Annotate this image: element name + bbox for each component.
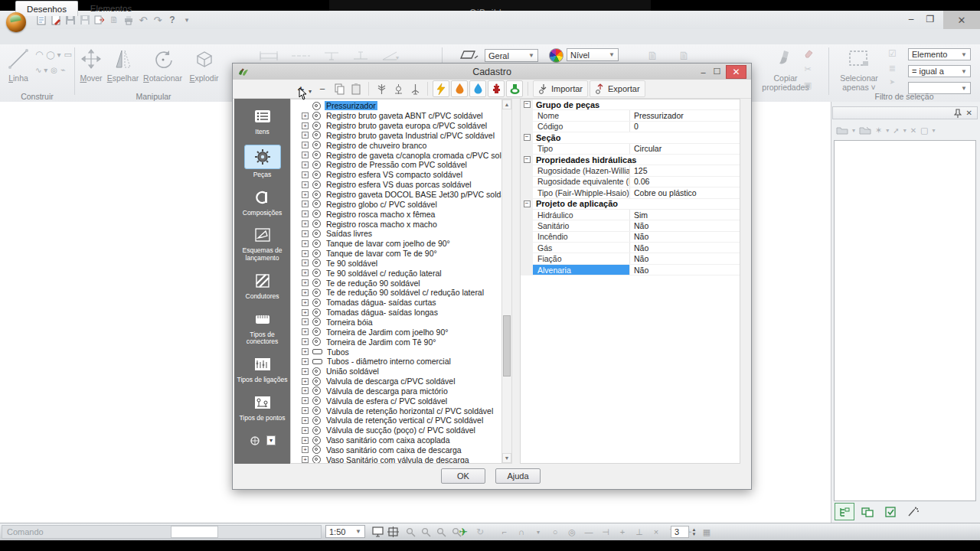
hydraulic-icon[interactable]	[469, 80, 486, 97]
expand-icon[interactable]: +	[302, 417, 309, 424]
tree-item[interactable]: +Tomadas dágua- saídas longas	[291, 308, 501, 318]
property-row[interactable]: FiaçãoNão	[521, 253, 740, 264]
color-wheel-icon[interactable]	[549, 48, 564, 63]
tree-item[interactable]: +Registro globo c/ PVC soldável	[291, 199, 501, 209]
expand-icon[interactable]: +	[302, 289, 309, 296]
crosshair-icon[interactable]	[386, 525, 400, 539]
frame-view-icon[interactable]	[858, 503, 877, 520]
expand-icon[interactable]: +	[302, 397, 309, 404]
expand-icon[interactable]: +	[302, 338, 309, 345]
expand-icon[interactable]: +	[302, 368, 309, 375]
apply-icon[interactable]: ➚	[893, 126, 899, 135]
property-row[interactable]: Rugosidade equivalente (Fór...0.06	[521, 177, 740, 187]
tree-item[interactable]: +Registro de Pressão com PVC soldável	[291, 160, 501, 170]
tree-view-icon[interactable]	[835, 503, 854, 520]
dropdown[interactable]: ▾	[903, 127, 906, 134]
expand-icon[interactable]: +	[302, 358, 309, 365]
expand-icon[interactable]: +	[302, 230, 309, 237]
eraser-icon[interactable]	[802, 49, 813, 58]
tree-item[interactable]: +Tanque de lavar com joelho de 90°	[291, 239, 501, 249]
pin-icon[interactable]	[954, 109, 962, 118]
tree-item[interactable]: +Registro de gaveta c/canopla cromada c/…	[291, 150, 501, 160]
expand-icon[interactable]: +	[302, 407, 309, 414]
remove-icon[interactable]: −	[315, 81, 330, 96]
scrollbar-thumb[interactable]	[503, 315, 511, 377]
tree-item[interactable]: +Registro de chuveiro branco	[291, 140, 501, 150]
rotacionar-button[interactable]: Rotacionar	[141, 46, 185, 83]
snap-bottom-icon[interactable]: ⊥	[632, 525, 646, 539]
property-value[interactable]: 0	[629, 122, 740, 132]
expand-icon[interactable]: +	[302, 142, 309, 148]
filter-operator-combo[interactable]: = igual a▼	[908, 65, 971, 77]
explodir-button[interactable]: Explodir	[187, 46, 221, 83]
expand-icon[interactable]: +	[302, 437, 309, 444]
layers-icon[interactable]	[459, 49, 479, 61]
property-row[interactable]: Tipo (Fair-Whipple-Hsaio)Cobre ou plásti…	[521, 187, 740, 198]
exportar-button[interactable]: Exportar	[590, 80, 645, 97]
tree-item[interactable]: Pressurizador	[291, 101, 501, 111]
expand-icon[interactable]: +	[302, 456, 309, 463]
save-all-icon[interactable]	[79, 14, 91, 26]
tree-item[interactable]: +Vaso sanitário com caixa de descarga	[291, 445, 501, 455]
property-value[interactable]: Não	[629, 220, 740, 230]
tree-item[interactable]: +Te de redução 90 soldável	[291, 278, 501, 288]
expand-icon[interactable]: +	[302, 427, 309, 434]
snap-line-icon[interactable]: —	[582, 525, 596, 539]
property-section-header[interactable]: −Seção	[521, 132, 740, 143]
tools-icon[interactable]: ✶	[875, 126, 882, 135]
tree-item[interactable]: +Valvula de descarga c/PVC soldável	[291, 377, 501, 386]
check-view-icon[interactable]	[880, 503, 900, 520]
tree-item[interactable]: +Te 90 soldável c/ redução lateral	[291, 268, 501, 278]
dashes-icon[interactable]	[291, 51, 311, 61]
tree-item[interactable]: +Válvula de sucção (poço) c/ PVC soldáve…	[291, 425, 501, 435]
level-combo[interactable]: Nível▼	[567, 48, 619, 61]
print-icon[interactable]	[122, 14, 135, 26]
point-icon[interactable]: ◎	[51, 65, 57, 75]
tree-item[interactable]: +Válvula de descarga para mictório	[291, 386, 501, 396]
expand-icon[interactable]: +	[302, 152, 309, 158]
dialog-minimize-icon[interactable]: –	[697, 66, 710, 77]
expand-icon[interactable]: +	[302, 259, 309, 266]
redo-icon[interactable]: ↷	[152, 14, 164, 26]
property-value[interactable]: Não	[629, 265, 740, 275]
snap-plus-icon[interactable]: +	[616, 525, 629, 539]
splitter[interactable]	[512, 99, 520, 464]
gas-icon[interactable]	[451, 80, 468, 97]
scroll-up-icon[interactable]: ▲	[502, 99, 511, 109]
undo-icon[interactable]: ↶	[137, 14, 149, 26]
tree-item[interactable]: +Registro bruto gaveta ABNT c/PVC soldáv…	[291, 111, 501, 121]
dropdown[interactable]: ▾	[852, 127, 855, 134]
snap-circle-icon[interactable]: ○	[548, 525, 562, 539]
tree-item[interactable]: +Torneira de Jardim com Tê 90°	[291, 337, 501, 347]
sprinkler-mid-icon[interactable]	[390, 81, 406, 96]
expand-icon[interactable]: +	[302, 171, 309, 178]
expand-icon[interactable]: +	[302, 309, 309, 316]
tree-item[interactable]: +Registro bruto gaveta Industrial c/PVC …	[291, 131, 501, 141]
sidebar-item-composi-es[interactable]: Composições	[235, 187, 290, 217]
property-section-header[interactable]: −Propriedades hidráulicas	[521, 155, 740, 165]
help-icon[interactable]: ?	[166, 14, 178, 26]
sidebar-item-tipos-de-conectores[interactable]: Tipos de conectores	[235, 309, 290, 347]
tree-item[interactable]: +Torneira bóia	[291, 318, 501, 328]
expand-icon[interactable]: +	[302, 201, 309, 207]
arc-icon[interactable]: ◠	[35, 49, 43, 60]
zoom-in-icon[interactable]	[403, 525, 417, 539]
sprinkler-bottom-icon[interactable]	[407, 81, 423, 96]
circle-icon[interactable]: ◯ ▾	[46, 49, 60, 60]
expand-icon[interactable]: +	[302, 387, 309, 394]
property-value[interactable]: Não	[629, 253, 740, 263]
expand-icon[interactable]: +	[302, 318, 309, 325]
expand-icon[interactable]: +	[302, 240, 309, 247]
orbit-icon[interactable]: ↻	[473, 525, 487, 539]
close-panel-icon[interactable]: ✕	[966, 109, 972, 117]
pick-filter-icon[interactable]: ➤	[888, 78, 897, 86]
sidebar-item-tipos-de-pontos[interactable]: Tipos de pontos	[235, 393, 290, 422]
tab-desenhos[interactable]: Desenhos	[15, 1, 78, 16]
spray-view-icon[interactable]	[903, 503, 923, 520]
expand-icon[interactable]: +	[302, 328, 309, 335]
expand-icon[interactable]: +	[302, 191, 309, 198]
importar-button[interactable]: Importar	[533, 80, 588, 97]
tree-item[interactable]: +Válvula de retenção horizontal c/ PVC s…	[291, 406, 501, 416]
snap-perp-icon[interactable]: ⊣	[599, 525, 612, 539]
snap-magnet-icon[interactable]: ∩	[514, 525, 528, 539]
